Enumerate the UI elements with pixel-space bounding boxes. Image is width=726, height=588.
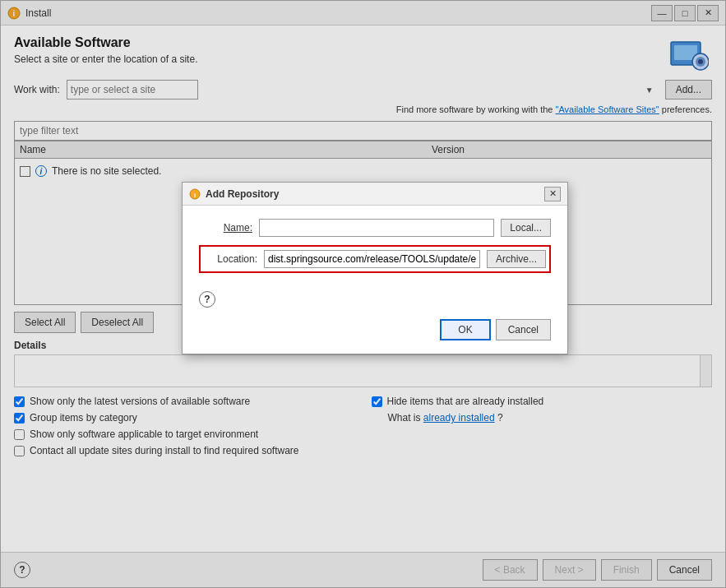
- modal-help-area: ?: [183, 291, 567, 311]
- modal-footer: OK Cancel: [183, 311, 567, 354]
- location-field-row: Location: Archive...: [204, 250, 546, 268]
- modal-title-left: i Add Repository: [189, 188, 279, 200]
- svg-text:i: i: [194, 191, 196, 198]
- ok-button[interactable]: OK: [440, 319, 490, 340]
- modal-overlay: i Add Repository ✕ Name: Local... Locati: [1, 1, 725, 587]
- local-button[interactable]: Local...: [501, 219, 551, 237]
- modal-icon: i: [189, 188, 201, 200]
- location-input[interactable]: [264, 250, 480, 268]
- archive-button[interactable]: Archive...: [487, 250, 546, 268]
- location-label: Location:: [204, 253, 257, 265]
- modal-cancel-button[interactable]: Cancel: [496, 319, 551, 340]
- add-repository-dialog: i Add Repository ✕ Name: Local... Locati: [182, 182, 568, 354]
- modal-close-button[interactable]: ✕: [544, 187, 561, 201]
- name-label: Name:: [199, 222, 252, 234]
- modal-title-text: Add Repository: [206, 188, 279, 200]
- name-input[interactable]: [259, 219, 494, 237]
- modal-body: Name: Local... Location: Archive...: [183, 206, 567, 291]
- modal-title-bar: i Add Repository ✕: [183, 183, 567, 206]
- name-field-row: Name: Local...: [199, 219, 551, 237]
- modal-help-icon[interactable]: ?: [199, 291, 215, 308]
- location-row-wrapper: Location: Archive...: [199, 245, 551, 273]
- main-window: i Install — □ ✕ Available Software Sel: [0, 0, 726, 588]
